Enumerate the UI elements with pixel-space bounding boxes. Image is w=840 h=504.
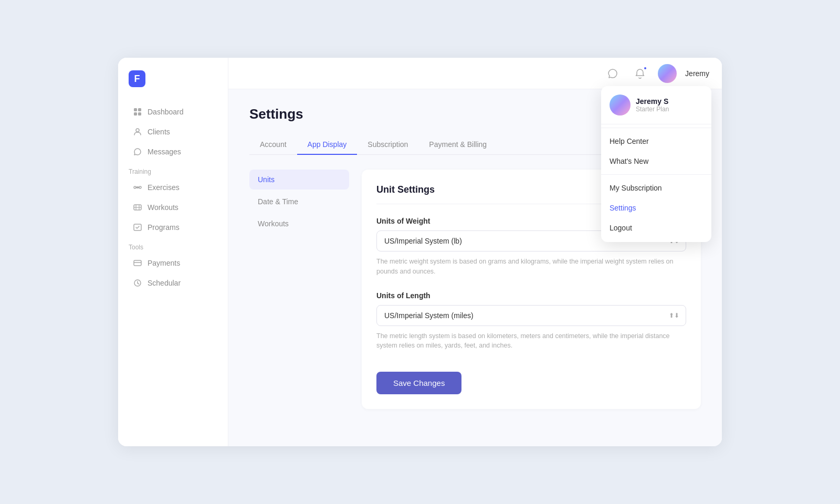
tab-account[interactable]: Account	[249, 135, 297, 155]
sidebar-item-dashboard-label: Dashboard	[148, 108, 184, 116]
svg-rect-3	[138, 112, 141, 116]
svg-rect-2	[134, 112, 137, 116]
header: Jeremy	[228, 58, 722, 89]
user-icon	[133, 127, 142, 136]
sidebar-item-programs[interactable]: Programs	[122, 218, 224, 237]
sidebar-item-payments-label: Payments	[148, 259, 180, 267]
grid-icon	[133, 107, 142, 117]
app-container: F Dashboard Clients	[118, 58, 722, 446]
dropdown-item-logout[interactable]: Logout	[601, 218, 711, 238]
workouts-icon	[133, 203, 142, 212]
exercise-icon	[133, 183, 142, 192]
logo: F	[118, 70, 228, 102]
settings-nav-date-time[interactable]: Date & Time	[249, 192, 349, 212]
dropdown-item-whats-new[interactable]: What's New	[601, 151, 711, 171]
programs-icon	[133, 223, 142, 232]
sidebar: F Dashboard Clients	[118, 58, 228, 446]
sidebar-item-scheduler-label: Schedular	[148, 279, 181, 287]
sidebar-item-workouts-label: Workouts	[148, 203, 178, 212]
chat-button[interactable]	[603, 64, 622, 83]
tab-payment-billing[interactable]: Payment & Billing	[418, 135, 497, 155]
sidebar-item-messages-label: Messages	[148, 148, 181, 156]
sidebar-item-clients-label: Clients	[148, 128, 170, 136]
dropdown-avatar	[610, 94, 631, 116]
length-field-group: Units of Length US/Imperial System (mile…	[376, 291, 686, 351]
message-icon	[133, 147, 142, 156]
length-select[interactable]: US/Imperial System (miles) Metric System…	[377, 306, 686, 326]
dropdown-item-my-subscription[interactable]: My Subscription	[601, 178, 711, 198]
sidebar-item-dashboard[interactable]: Dashboard	[122, 102, 224, 121]
settings-sidebar: Units Date & Time Workouts	[249, 170, 349, 409]
dropdown-item-settings[interactable]: Settings	[601, 198, 711, 218]
length-label: Units of Length	[376, 291, 686, 300]
dropdown-divider-2	[601, 174, 711, 175]
svg-rect-0	[134, 108, 137, 111]
sidebar-item-workouts[interactable]: Workouts	[122, 198, 224, 217]
sidebar-item-scheduler[interactable]: Schedular	[122, 274, 224, 292]
tab-app-display[interactable]: App Display	[297, 135, 358, 155]
dropdown-user-info: Jeremy S Starter Plan	[601, 94, 711, 124]
tab-subscription[interactable]: Subscription	[357, 135, 418, 155]
logo-icon: F	[129, 70, 145, 87]
length-description: The metric length system is based on kil…	[376, 331, 686, 351]
notification-dot	[643, 66, 647, 70]
dropdown-user-name: Jeremy S	[636, 97, 669, 106]
notifications-button[interactable]	[631, 64, 649, 83]
svg-rect-14	[134, 260, 141, 266]
scheduler-icon	[133, 278, 142, 288]
settings-nav-workouts[interactable]: Workouts	[249, 214, 349, 234]
svg-rect-1	[138, 108, 141, 111]
svg-point-4	[136, 129, 139, 132]
sidebar-item-programs-label: Programs	[148, 223, 180, 232]
sidebar-item-exercises-label: Exercises	[148, 183, 180, 192]
dropdown-divider-1	[601, 128, 711, 128]
user-name[interactable]: Jeremy	[685, 69, 709, 78]
sidebar-item-payments[interactable]: Payments	[122, 254, 224, 272]
settings-nav-units[interactable]: Units	[249, 170, 349, 190]
training-section-label: Training	[118, 162, 228, 177]
tools-section-label: Tools	[118, 237, 228, 253]
payments-icon	[133, 258, 142, 268]
dropdown-item-help-center[interactable]: Help Center	[601, 131, 711, 151]
user-avatar[interactable]	[658, 64, 677, 83]
sidebar-item-messages[interactable]: Messages	[122, 142, 224, 161]
sidebar-item-clients[interactable]: Clients	[122, 122, 224, 141]
user-dropdown-menu: Jeremy S Starter Plan Help Center What's…	[601, 86, 711, 242]
sidebar-item-exercises[interactable]: Exercises	[122, 178, 224, 197]
dropdown-plan: Starter Plan	[636, 106, 669, 113]
length-select-wrapper: US/Imperial System (miles) Metric System…	[376, 305, 686, 326]
save-changes-button[interactable]: Save Changes	[376, 372, 461, 394]
weight-description: The metric weight system is based on gra…	[376, 257, 686, 277]
